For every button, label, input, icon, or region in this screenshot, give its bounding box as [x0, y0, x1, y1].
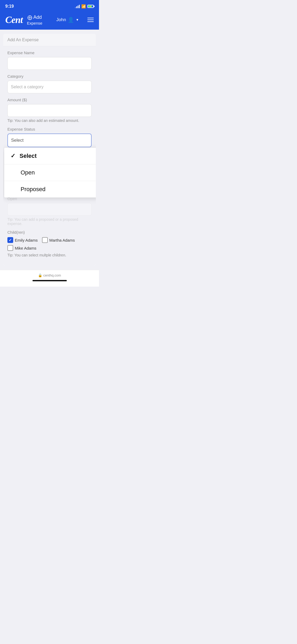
status-time: 9:19 [5, 4, 14, 9]
expense-status-dropdown: ✓ Select Open Proposed [4, 148, 96, 197]
expense-name-label: Expense Name [7, 50, 92, 55]
category-input[interactable] [7, 81, 92, 93]
child-item-mike: Mike Adams [7, 245, 92, 251]
open-tip: Tip: You can add a proposed or a propose… [7, 217, 92, 226]
battery-icon: ⚡ [87, 5, 94, 8]
children-tip: Tip: You can select multple children. [7, 253, 92, 257]
domain-text: 🔒 centhq.com [38, 273, 61, 277]
form-card: Add An Expense Expense Name Category Amo… [3, 34, 96, 266]
dropdown-item-select[interactable]: ✓ Select [4, 148, 96, 164]
dropdown-option-open: Open [21, 169, 96, 176]
expense-status-select-wrapper: Select ✓ Select Open Propo [7, 134, 92, 147]
wifi-icon: 📶 [81, 4, 86, 8]
dropdown-option-proposed: Proposed [21, 186, 96, 193]
dropdown-item-open[interactable]: Open [4, 164, 96, 181]
category-group: Category [7, 74, 92, 93]
domain-label: centhq.com [43, 273, 61, 277]
form-body: Expense Name Category Amount ($) Tip: Yo… [3, 46, 96, 266]
bottom-bar: 🔒 centhq.com [0, 270, 99, 287]
chevron-down-icon: ▼ [76, 18, 79, 22]
child-item-emily: Emily Adams [7, 237, 38, 243]
user-icon: 👤 [68, 17, 74, 23]
add-expense-button[interactable]: ⨁ Add Expense [27, 15, 42, 25]
status-icons: 📶 ⚡ [75, 4, 94, 8]
child-checkbox-emily[interactable] [7, 237, 13, 243]
category-label: Category [7, 74, 92, 79]
child-name-mike: Mike Adams [15, 246, 36, 250]
dropdown-item-proposed[interactable]: Proposed [4, 181, 96, 197]
amount-label: Amount ($) [7, 98, 92, 102]
expense-status-label: Expense Status [7, 127, 92, 131]
home-indicator [32, 280, 67, 281]
child-checkbox-martha[interactable] [42, 237, 48, 243]
lock-icon: 🔒 [38, 273, 42, 277]
form-title: Add An Expense [7, 38, 39, 42]
check-icon: ✓ [11, 153, 15, 159]
child-checkbox-mike[interactable] [7, 245, 13, 251]
children-group: Child(ren) Emily Adams Martha Adams Mike… [7, 230, 92, 257]
open-group: Open Tip: You can add a proposed or a pr… [7, 196, 92, 226]
form-card-header: Add An Expense [3, 34, 96, 46]
expense-status-input[interactable]: Select [7, 134, 92, 147]
children-list: Emily Adams Martha Adams Mike Adams [7, 237, 92, 251]
expense-name-input[interactable] [7, 57, 92, 70]
child-name-martha: Martha Adams [49, 238, 75, 242]
child-item-martha: Martha Adams [42, 237, 75, 243]
logo: Cent [5, 14, 23, 25]
header: Cent ⨁ Add Expense John 👤 ▼ [0, 12, 99, 30]
amount-group: Amount ($) Tip: You can also add an esti… [7, 98, 92, 123]
expense-status-group: Expense Status Select ✓ Select Open [7, 127, 92, 147]
children-label: Child(ren) [7, 230, 92, 234]
hamburger-menu[interactable] [87, 18, 94, 22]
amount-tip: Tip: You can also add an estimated amoun… [7, 118, 92, 123]
user-name: John [56, 17, 66, 22]
signal-icon [75, 4, 80, 8]
dropdown-option-select: Select [20, 153, 96, 159]
open-input[interactable] [7, 203, 92, 216]
child-name-emily: Emily Adams [15, 238, 38, 242]
expense-name-group: Expense Name [7, 50, 92, 70]
status-bar: 9:19 📶 ⚡ [0, 0, 99, 12]
user-menu[interactable]: John 👤 ▼ [56, 17, 79, 23]
amount-input[interactable] [7, 104, 92, 117]
